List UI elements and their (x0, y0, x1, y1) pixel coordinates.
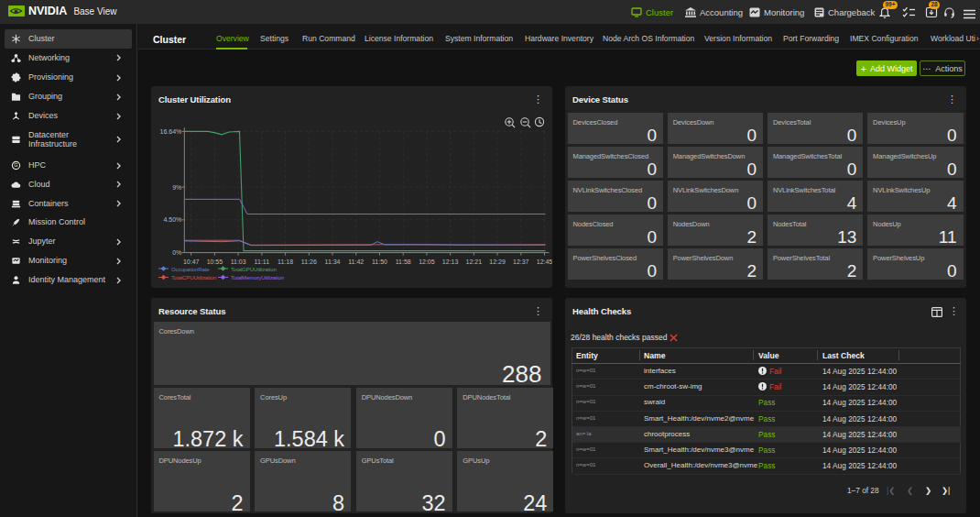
svg-text:11:50: 11:50 (372, 258, 387, 265)
svg-text:11:03: 11:03 (231, 258, 246, 265)
svg-text:11:42: 11:42 (348, 258, 364, 265)
svg-text:11:11: 11:11 (255, 258, 270, 265)
svg-text:12:13: 12:13 (442, 258, 459, 265)
svg-text:11:26: 11:26 (301, 258, 317, 265)
svg-text:12:29: 12:29 (489, 258, 506, 265)
svg-text:11:34: 11:34 (325, 258, 341, 265)
svg-text:11:58: 11:58 (396, 258, 411, 265)
svg-text:TotalCPUUtilization: TotalCPUUtilization (171, 274, 216, 280)
svg-text:16.64%: 16.64% (160, 128, 182, 135)
svg-text:TotalGPUUtilization: TotalGPUUtilization (231, 266, 277, 272)
svg-text:12:05: 12:05 (419, 258, 435, 265)
svg-text:G: G (14, 162, 17, 168)
svg-text:10:47: 10:47 (183, 258, 200, 265)
svg-text:4.50%: 4.50% (163, 216, 181, 223)
svg-text:9%: 9% (172, 184, 181, 191)
svg-text:10:55: 10:55 (207, 258, 223, 265)
svg-text:12:37: 12:37 (513, 258, 529, 265)
svg-text:OccupationRate: OccupationRate (171, 266, 210, 272)
svg-text:12:45: 12:45 (537, 258, 552, 265)
svg-text:0%: 0% (172, 249, 181, 256)
svg-text:TotalMemoryUtilization: TotalMemoryUtilization (231, 274, 284, 280)
svg-text:12:21: 12:21 (466, 258, 483, 265)
svg-text:11:18: 11:18 (278, 258, 293, 265)
